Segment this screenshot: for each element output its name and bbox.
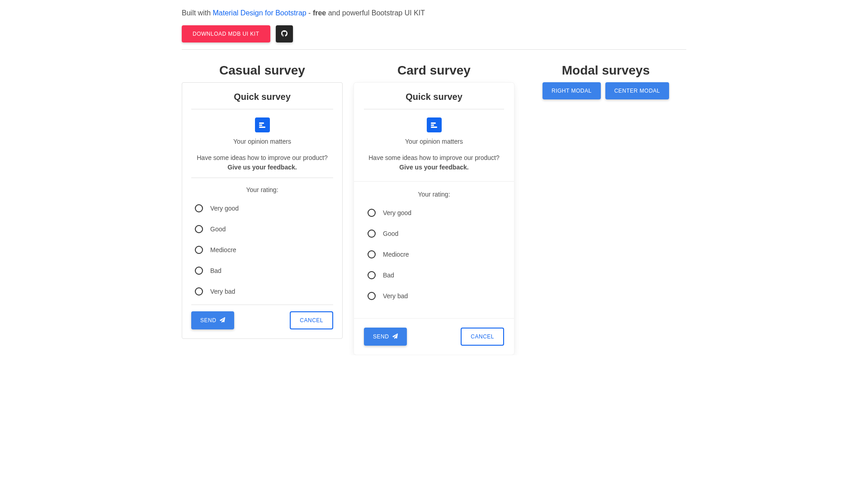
- svg-rect-0: [259, 122, 264, 124]
- card-footer: SEND CANCEL: [364, 328, 504, 346]
- radio-label: Good: [210, 225, 226, 233]
- header-prefix: Built with: [182, 9, 212, 17]
- desc-prefix: Have some ideas how to improve our produ…: [368, 154, 499, 161]
- cancel-button[interactable]: CANCEL: [461, 328, 504, 346]
- card-panel: Quick survey Your opinion matters Have s…: [354, 82, 514, 355]
- radio-icon: [195, 204, 203, 212]
- card-desc: Have some ideas how to improve our produ…: [364, 153, 504, 172]
- divider: [191, 109, 333, 109]
- divider: [191, 178, 333, 178]
- divider: [364, 109, 504, 109]
- radio-label: Very good: [383, 209, 411, 216]
- card-block-2: Your rating: Very good Good Mediocre Bad…: [354, 182, 514, 318]
- radio-icon: [368, 271, 376, 279]
- center-modal-button[interactable]: CENTER MODAL: [605, 82, 669, 99]
- card-block-3: SEND CANCEL: [354, 319, 514, 355]
- radio-icon: [195, 267, 203, 275]
- opinion-text: Your opinion matters: [364, 138, 504, 145]
- radio-item[interactable]: Very good: [191, 201, 333, 216]
- send-label: SEND: [373, 333, 389, 340]
- radio-label: Very bad: [210, 288, 235, 295]
- casual-panel: Quick survey Your opinion matters Have s…: [182, 82, 343, 339]
- svg-rect-2: [259, 127, 265, 128]
- radio-icon: [368, 250, 376, 258]
- radio-label: Bad: [383, 272, 394, 279]
- icon-wrap: [364, 117, 504, 132]
- paper-plane-icon: [392, 333, 398, 340]
- header-dash: -: [307, 9, 313, 17]
- svg-rect-3: [431, 122, 436, 124]
- svg-rect-4: [431, 124, 434, 126]
- send-label: SEND: [200, 317, 216, 324]
- radio-label: Good: [383, 230, 398, 237]
- icon-wrap: [191, 117, 333, 132]
- radio-label: Very good: [210, 205, 239, 212]
- rating-label: Your rating:: [364, 191, 504, 198]
- github-icon: [281, 30, 288, 38]
- radio-item[interactable]: Bad: [191, 263, 333, 278]
- radio-label: Very bad: [383, 292, 408, 300]
- card-title: Card survey: [354, 63, 514, 78]
- desc-bold: Give us your feedback.: [399, 164, 468, 171]
- radio-item[interactable]: Mediocre: [364, 247, 504, 262]
- right-modal-button[interactable]: RIGHT MODAL: [542, 82, 601, 99]
- modal-buttons: RIGHT MODAL CENTER MODAL: [525, 82, 686, 99]
- radio-icon: [368, 209, 376, 217]
- send-button[interactable]: SEND: [364, 328, 407, 346]
- poll-icon: [427, 117, 442, 132]
- mdb-link[interactable]: Material Design for Bootstrap: [212, 9, 306, 17]
- cancel-button[interactable]: CANCEL: [290, 311, 333, 329]
- modal-title: Modal surveys: [525, 63, 686, 78]
- radio-label: Mediocre: [210, 246, 236, 253]
- header-text: Built with Material Design for Bootstrap…: [182, 9, 686, 17]
- casual-title: Casual survey: [182, 63, 343, 78]
- radio-item[interactable]: Very good: [364, 205, 504, 221]
- radio-icon: [368, 230, 376, 238]
- radio-item[interactable]: Bad: [364, 267, 504, 283]
- svg-rect-1: [259, 124, 262, 126]
- header-buttons: DOWNLOAD MDB UI KIT: [182, 25, 686, 42]
- header-bar: Built with Material Design for Bootstrap…: [182, 0, 686, 50]
- rating-label: Your rating:: [191, 186, 333, 193]
- radio-icon: [195, 287, 203, 296]
- desc-bold: Give us your feedback.: [227, 164, 297, 171]
- casual-desc: Have some ideas how to improve our produ…: [191, 153, 333, 172]
- main-row: Casual survey Quick survey Your opinion …: [182, 63, 686, 355]
- radio-item[interactable]: Very bad: [191, 284, 333, 299]
- desc-prefix: Have some ideas how to improve our produ…: [197, 154, 327, 161]
- radio-label: Bad: [210, 267, 222, 274]
- radio-label: Mediocre: [383, 251, 409, 258]
- card-options: Very good Good Mediocre Bad Very bad: [364, 205, 504, 304]
- download-button[interactable]: DOWNLOAD MDB UI KIT: [182, 25, 270, 42]
- github-button[interactable]: [276, 25, 293, 42]
- radio-icon: [195, 246, 203, 254]
- casual-options: Very good Good Mediocre Bad Very bad: [191, 201, 333, 299]
- casual-column: Casual survey Quick survey Your opinion …: [182, 63, 343, 355]
- svg-rect-5: [431, 127, 437, 128]
- radio-item[interactable]: Mediocre: [191, 242, 333, 258]
- header-suffix: and powerful Bootstrap UI KIT: [326, 9, 425, 17]
- radio-icon: [368, 292, 376, 300]
- poll-icon: [255, 117, 270, 132]
- card-block-1: Quick survey Your opinion matters Have s…: [354, 83, 514, 181]
- card-panel-title: Quick survey: [364, 92, 504, 102]
- radio-item[interactable]: Good: [364, 226, 504, 241]
- card-column: Card survey Quick survey Your opinion ma…: [354, 63, 514, 355]
- radio-icon: [195, 225, 203, 233]
- radio-item[interactable]: Very bad: [364, 288, 504, 304]
- casual-panel-title: Quick survey: [191, 92, 333, 102]
- send-button[interactable]: SEND: [191, 311, 234, 329]
- radio-item[interactable]: Good: [191, 221, 333, 237]
- modal-column: Modal surveys RIGHT MODAL CENTER MODAL: [525, 63, 686, 355]
- header-free: free: [313, 9, 326, 17]
- paper-plane-icon: [220, 317, 225, 324]
- opinion-text: Your opinion matters: [191, 138, 333, 145]
- casual-footer: SEND CANCEL: [191, 311, 333, 329]
- divider: [191, 305, 333, 305]
